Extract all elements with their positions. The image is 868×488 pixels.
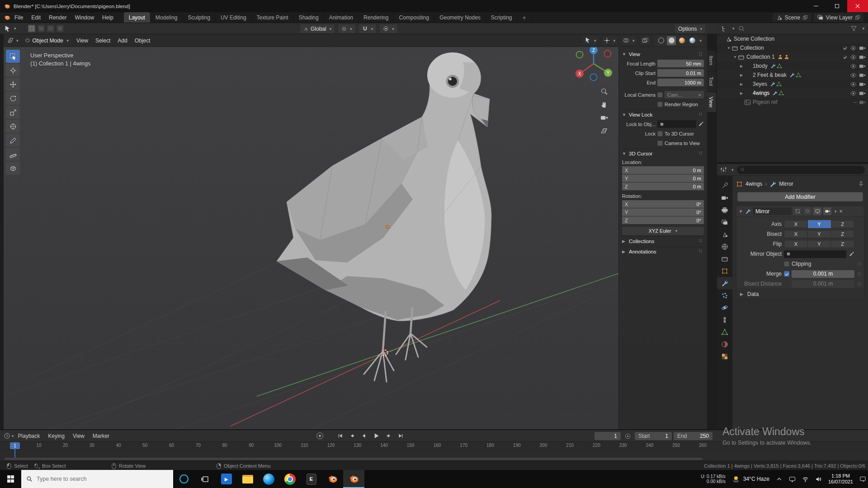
panel-grip-icon[interactable] bbox=[697, 112, 704, 118]
3d-viewport[interactable]: ▾ Object Mode▾ ViewSelectAddObject ▾ ▾ ▾ bbox=[4, 34, 707, 429]
breadcrumb-modifier[interactable]: Mirror bbox=[779, 181, 793, 187]
workspace-tab-geometry-nodes[interactable]: Geometry Nodes bbox=[434, 12, 486, 23]
overlays-group[interactable]: ▾ bbox=[621, 36, 637, 45]
menu-render[interactable]: Render bbox=[45, 14, 71, 21]
tool-select-box-button[interactable] bbox=[6, 50, 20, 63]
play-button[interactable] bbox=[371, 432, 382, 440]
sidebar-tab-view[interactable]: View bbox=[706, 92, 716, 112]
modifier-realtime-toggle[interactable] bbox=[813, 207, 821, 215]
start-button[interactable] bbox=[0, 470, 21, 488]
menu-edit[interactable]: Edit bbox=[27, 14, 45, 21]
breadcrumb-object[interactable]: 4wings bbox=[745, 181, 762, 187]
outliner-row-3eyes[interactable]: ▶ 3eyes bbox=[717, 80, 868, 89]
properties-tab-object[interactable] bbox=[717, 265, 732, 277]
local-camera-field[interactable]: Cam...× bbox=[665, 91, 704, 99]
pan-hand-icon[interactable] bbox=[600, 101, 608, 108]
rotation-mode-dropdown[interactable]: XYZ Euler▾ bbox=[622, 227, 704, 235]
viewport-menu-select[interactable]: Select bbox=[92, 38, 114, 44]
eye-toggle-icon[interactable] bbox=[850, 90, 857, 97]
menu-help[interactable]: Help bbox=[98, 14, 118, 21]
active-tool-icon[interactable] bbox=[4, 25, 11, 32]
workspace-tab-layout[interactable]: Layout bbox=[124, 12, 151, 23]
outliner-row-collection-1[interactable]: ▼ Collection 1 bbox=[717, 52, 868, 61]
clock-widget[interactable]: 1:18 PM 16/07/2021 bbox=[825, 470, 856, 488]
panel-grip-icon[interactable] bbox=[697, 238, 704, 245]
outliner-row-scene-collection[interactable]: Scene Collection bbox=[717, 34, 868, 43]
flip-z-toggle[interactable]: Z bbox=[831, 240, 854, 248]
taskbar-app-movies[interactable]: ▶ bbox=[216, 470, 237, 488]
minimize-button[interactable] bbox=[806, 0, 826, 12]
tool-dropdown-icon[interactable]: ▾ bbox=[14, 26, 16, 31]
shading-solid-button[interactable] bbox=[667, 36, 676, 45]
workspace-tab-animation[interactable]: Animation bbox=[324, 12, 359, 23]
properties-tab-world[interactable] bbox=[717, 240, 732, 253]
flip-x-toggle[interactable]: X bbox=[784, 240, 808, 248]
playhead-frame-label[interactable]: 1 bbox=[10, 442, 20, 449]
view-layer-selector[interactable]: View Layer bbox=[814, 13, 863, 22]
camera-toggle-icon[interactable] bbox=[859, 63, 866, 70]
properties-tab-view-layer[interactable] bbox=[717, 216, 732, 228]
tool-annotate-button[interactable] bbox=[6, 134, 20, 147]
frame-start-field[interactable]: Start1 bbox=[635, 432, 672, 440]
modifier-on-cage-toggle[interactable] bbox=[793, 207, 802, 215]
shading-wireframe-button[interactable] bbox=[656, 36, 665, 45]
timeline-menu-playback[interactable]: Playback bbox=[14, 433, 44, 439]
taskbar-app-blender-active[interactable] bbox=[343, 470, 364, 488]
add-workspace-button[interactable]: + bbox=[518, 12, 532, 23]
key-prev-button[interactable] bbox=[347, 432, 356, 440]
clipping-checkbox[interactable] bbox=[784, 261, 789, 267]
eye-toggle-icon[interactable] bbox=[850, 63, 857, 70]
merge-checkbox[interactable] bbox=[784, 271, 789, 277]
modifier-delete-icon[interactable]: × bbox=[840, 208, 843, 215]
properties-tab-modifiers[interactable] bbox=[717, 277, 732, 289]
shading-rendered-button[interactable] bbox=[688, 36, 697, 45]
eye-toggle-icon[interactable] bbox=[850, 54, 857, 61]
bisect-y-toggle[interactable]: Y bbox=[808, 230, 831, 238]
view-section-header[interactable]: ▼View bbox=[622, 49, 704, 59]
workspace-tab-texture-paint[interactable]: Texture Paint bbox=[252, 12, 294, 23]
tool-rotate-button[interactable] bbox=[6, 92, 20, 105]
transform-orientation-dropdown[interactable]: Global▾ bbox=[300, 24, 335, 33]
play-reverse-button[interactable] bbox=[359, 432, 368, 440]
workspace-tab-rendering[interactable]: Rendering bbox=[359, 12, 394, 23]
eye-toggle-icon[interactable] bbox=[850, 72, 857, 79]
view-lock-section-header[interactable]: ▼View Lock bbox=[622, 110, 704, 119]
cursor-rotation-y-field[interactable]: Y 0° bbox=[622, 208, 704, 216]
taskbar-app-chrome[interactable] bbox=[279, 470, 301, 488]
scene-selector[interactable]: Scene bbox=[773, 13, 811, 22]
outliner-editor-icon[interactable] bbox=[721, 25, 727, 32]
outliner-row-collection[interactable]: ▼ Collection bbox=[717, 43, 868, 52]
camera-view-icon[interactable] bbox=[600, 114, 608, 122]
focal-length-value-field[interactable]: 50 mm bbox=[657, 60, 704, 67]
auto-keying-icon[interactable] bbox=[624, 433, 631, 440]
clip-start-value-field[interactable]: 0.01 m bbox=[657, 69, 704, 77]
pin-icon[interactable] bbox=[858, 181, 864, 188]
close-button[interactable] bbox=[847, 0, 868, 12]
cursor-rotation-z-field[interactable]: Z 0° bbox=[622, 216, 704, 224]
key-next-button[interactable] bbox=[384, 432, 393, 440]
panel-grip-icon[interactable] bbox=[697, 150, 704, 157]
properties-editor-icon[interactable] bbox=[720, 166, 727, 173]
viewport-menu-add[interactable]: Add bbox=[114, 38, 131, 44]
sidebar-tab-tool[interactable]: Tool bbox=[706, 71, 716, 91]
auto-key-record-button[interactable] bbox=[316, 432, 323, 439]
timeline-menu-view[interactable]: View bbox=[69, 433, 89, 439]
overlays-icon[interactable] bbox=[623, 37, 630, 44]
properties-tab-material[interactable] bbox=[717, 338, 732, 350]
properties-tab-constraints[interactable] bbox=[717, 314, 732, 326]
camera-toggle-icon[interactable] bbox=[859, 90, 866, 97]
viewport-menu-view[interactable]: View bbox=[73, 38, 92, 44]
annotations-section-header[interactable]: ▶Annotations bbox=[622, 247, 704, 256]
pivot-point-dropdown[interactable]: ▾ bbox=[338, 24, 355, 33]
navigation-gizmo[interactable]: Z X Y bbox=[575, 45, 613, 83]
camera-toggle-icon[interactable] bbox=[859, 81, 866, 88]
properties-tab-data[interactable] bbox=[717, 326, 732, 338]
xray-toggle[interactable] bbox=[640, 36, 651, 45]
properties-tab-scene[interactable] bbox=[717, 228, 732, 240]
tool-transform-button[interactable] bbox=[6, 120, 20, 133]
to-3d-cursor-checkbox[interactable] bbox=[657, 131, 663, 136]
timeline-scrollbar[interactable] bbox=[5, 458, 703, 460]
workspace-tab-modeling[interactable]: Modeling bbox=[151, 12, 183, 23]
display-tray-icon[interactable] bbox=[786, 470, 799, 488]
3d-cursor-section-header[interactable]: ▼3D Cursor bbox=[622, 149, 704, 158]
